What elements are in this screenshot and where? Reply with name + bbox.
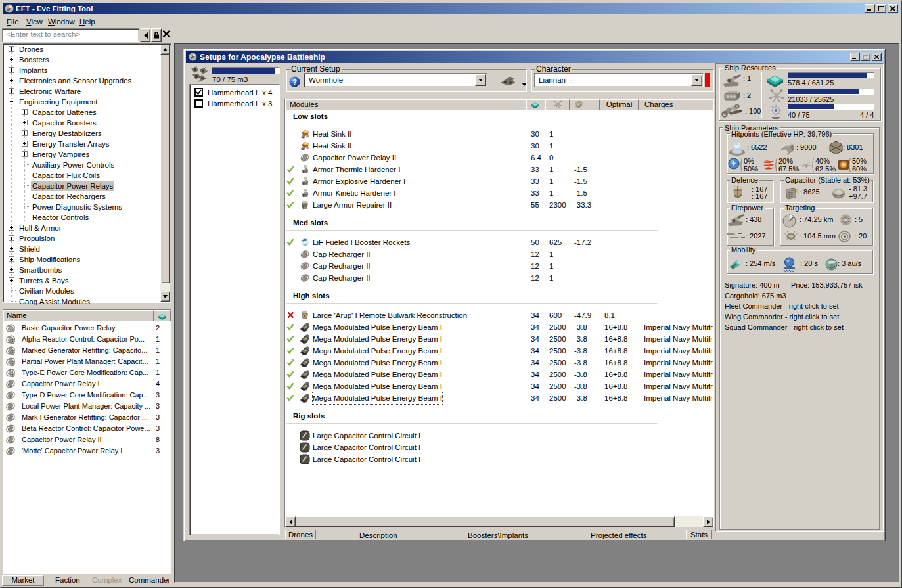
svg-text:?: ? — [292, 78, 297, 86]
